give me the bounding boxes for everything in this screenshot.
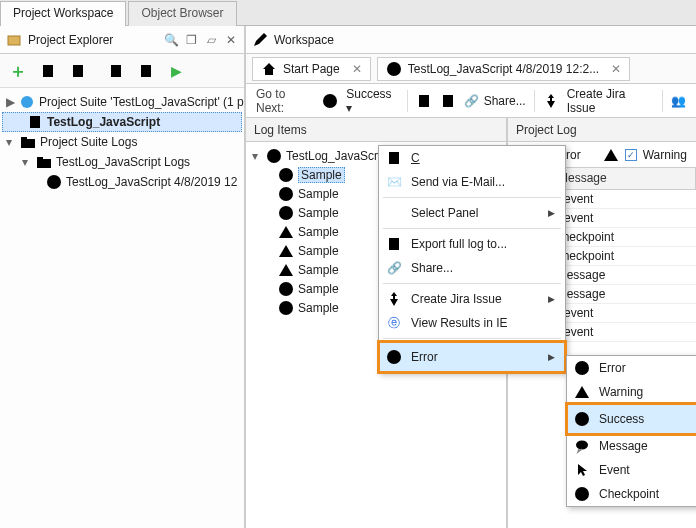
warning-icon <box>573 384 591 400</box>
svg-point-8 <box>21 96 33 108</box>
warning-checkbox[interactable]: ✓ <box>625 149 637 161</box>
workspace-title: Workspace <box>274 33 334 47</box>
share-icon: 🔗 <box>385 261 403 275</box>
new-item-button[interactable]: ＋ <box>4 57 32 85</box>
warning-icon <box>603 147 619 163</box>
tab-label: TestLog_JavaScript 4/8/2019 12:2... <box>408 62 599 76</box>
error-icon <box>278 300 294 316</box>
tree-log-entry[interactable]: TestLog_JavaScript 4/8/2019 12 <box>2 172 242 192</box>
tab-project-workspace[interactable]: Project Workspace <box>0 1 126 26</box>
share-button[interactable]: 🔗Share... <box>464 93 526 109</box>
pin-icon[interactable]: ▱ <box>204 33 218 47</box>
error-icon <box>278 281 294 297</box>
warning-icon <box>278 262 294 278</box>
tab-log[interactable]: TestLog_JavaScript 4/8/2019 12:2... ✕ <box>377 57 630 81</box>
success-icon <box>278 205 294 221</box>
tree-label: Project Suite Logs <box>40 135 137 149</box>
context-menu[interactable]: C ✉️Send via E-Mail... Select Panel▶ Exp… <box>378 145 566 373</box>
log-item-label: Sample <box>298 244 339 258</box>
tree-label: Project Suite 'TestLog_JavaScript' (1 pr… <box>39 95 244 109</box>
tab-object-browser[interactable]: Object Browser <box>128 1 236 26</box>
tab-start-page[interactable]: Start Page ✕ <box>252 57 371 81</box>
tree-project[interactable]: TestLog_JavaScript <box>2 112 242 132</box>
project-explorer-icon <box>6 32 22 48</box>
log-item-label: Sample <box>298 263 339 277</box>
search-icon[interactable]: 🔍 <box>164 33 178 47</box>
workspace-panel: Workspace Start Page ✕ TestLog_JavaScrip… <box>246 26 696 528</box>
copy2-button[interactable] <box>132 57 160 85</box>
log-label: TestLog_JavaScript <box>286 149 391 163</box>
menu-send-email[interactable]: ✉️Send via E-Mail... <box>379 170 565 194</box>
export1-button[interactable] <box>416 93 432 109</box>
log-item-label: Sample <box>298 167 345 183</box>
filter-warning-label: Warning <box>643 148 687 162</box>
top-tabs: Project Workspace Object Browser <box>0 0 696 26</box>
success-icon <box>278 186 294 202</box>
ie-icon: ⓔ <box>385 315 403 332</box>
go-to-next-bar: Go to Next: Success ▾ 🔗Share... Create J… <box>246 84 696 118</box>
folder-icon <box>20 134 36 150</box>
menu-view-ie[interactable]: ⓔView Results in IE <box>379 311 565 335</box>
project-explorer-toolbar: ＋ ▶ <box>0 54 244 88</box>
project-tree[interactable]: ▶ Project Suite 'TestLog_JavaScript' (1 … <box>0 88 244 528</box>
copy-button[interactable] <box>102 57 130 85</box>
warning-icon <box>278 224 294 240</box>
success-icon <box>278 167 294 183</box>
svg-rect-7 <box>8 36 20 45</box>
close-icon[interactable]: ✕ <box>352 62 362 76</box>
log-item-label: Sample <box>298 301 339 315</box>
success-icon <box>573 411 591 427</box>
tree-label: TestLog_JavaScript <box>47 115 160 129</box>
context-submenu[interactable]: Error Warning Success Message Event Chec… <box>566 355 696 507</box>
col-message[interactable]: Message <box>552 168 696 189</box>
submenu-message[interactable]: Message <box>567 434 696 458</box>
people-icon[interactable]: 👥 <box>671 93 686 109</box>
log-items-title: Log Items <box>246 118 506 142</box>
tree-suite[interactable]: ▶ Project Suite 'TestLog_JavaScript' (1 … <box>2 92 242 112</box>
log-item-label: Sample <box>298 225 339 239</box>
create-jira-button[interactable]: Create Jira Issue <box>567 87 654 115</box>
add-docs-button[interactable] <box>64 57 92 85</box>
close-icon[interactable]: ✕ <box>611 62 621 76</box>
submenu-checkpoint[interactable]: Checkpoint <box>567 482 696 506</box>
checkpoint-icon <box>573 486 591 502</box>
close-icon[interactable]: ✕ <box>224 33 238 47</box>
menu-share[interactable]: 🔗Share... <box>379 256 565 280</box>
menu-create-issue[interactable]: C <box>379 146 565 170</box>
go-to-next-dropdown[interactable]: Success ▾ <box>346 87 398 115</box>
error-icon <box>266 148 282 164</box>
log-item-label: Sample <box>298 187 339 201</box>
folder-icon <box>36 154 52 170</box>
workspace-icon <box>252 32 268 48</box>
project-explorer-panel: Project Explorer 🔍 ❐ ▱ ✕ ＋ ▶ ▶ <box>0 26 246 528</box>
event-icon <box>573 462 591 478</box>
run-button[interactable]: ▶ <box>162 57 190 85</box>
project-explorer-title: Project Explorer <box>28 33 113 47</box>
submenu-error[interactable]: Error <box>567 356 696 380</box>
menu-export-full[interactable]: Export full log to... <box>379 232 565 256</box>
create-issue-icon <box>385 150 403 166</box>
log-item-label: Sample <box>298 206 339 220</box>
export2-button[interactable] <box>440 93 456 109</box>
tree-suite-logs[interactable]: ▾ Project Suite Logs <box>2 132 242 152</box>
suite-icon <box>19 94 35 110</box>
home-icon <box>261 61 277 77</box>
menu-create-jira[interactable]: Create Jira Issue▶ <box>379 287 565 311</box>
error-icon <box>385 349 403 365</box>
window-icon[interactable]: ❐ <box>184 33 198 47</box>
tab-label: Start Page <box>283 62 340 76</box>
menu-error[interactable]: Error▶ <box>379 342 565 372</box>
menu-select-panel[interactable]: Select Panel▶ <box>379 201 565 225</box>
submenu-warning[interactable]: Warning <box>567 380 696 404</box>
error-icon <box>573 360 591 376</box>
share-icon: 🔗 <box>464 93 480 109</box>
go-to-next-label: Go to Next: <box>256 87 314 115</box>
project-icon <box>27 114 43 130</box>
submenu-event[interactable]: Event <box>567 458 696 482</box>
add-doc-button[interactable] <box>34 57 62 85</box>
tree-label: TestLog_JavaScript 4/8/2019 12 <box>66 175 237 189</box>
tree-project-logs[interactable]: ▾ TestLog_JavaScript Logs <box>2 152 242 172</box>
project-log-title: Project Log <box>508 118 696 142</box>
success-icon <box>322 93 338 109</box>
submenu-success[interactable]: Success <box>567 404 696 434</box>
